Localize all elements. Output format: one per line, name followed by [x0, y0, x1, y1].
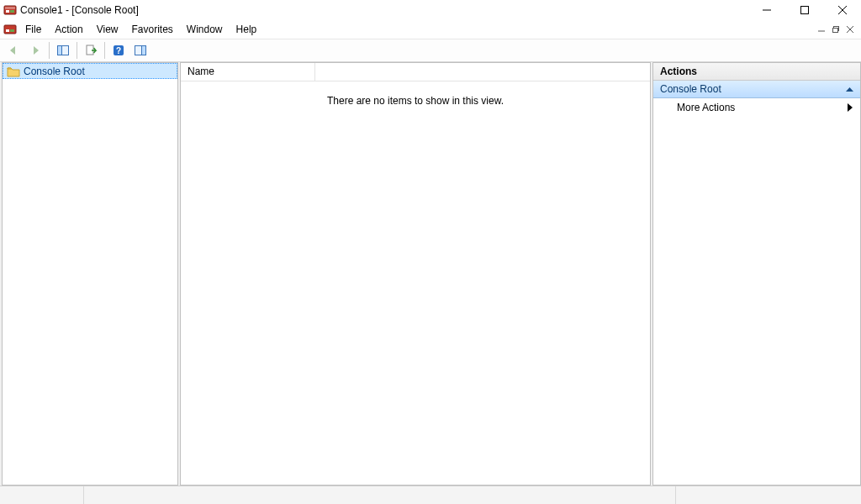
menu-favorites[interactable]: Favorites	[125, 22, 180, 37]
statusbar	[0, 486, 861, 504]
list-empty-message: There are no items to show in this view.	[181, 81, 650, 107]
svg-text:?: ?	[116, 46, 121, 55]
toolbar-separator	[77, 42, 77, 59]
collapse-icon	[846, 86, 853, 93]
svg-rect-5	[800, 7, 808, 14]
mdi-restore-button[interactable]	[830, 24, 842, 35]
mdi-close-button[interactable]	[844, 24, 856, 35]
actions-group-header[interactable]: Console Root	[653, 81, 860, 98]
tree-root-node[interactable]: Console Root	[3, 63, 177, 79]
back-button[interactable]	[3, 41, 24, 60]
menu-file[interactable]: File	[18, 22, 48, 37]
mdi-document-icon	[3, 23, 17, 36]
folder-icon	[7, 66, 20, 77]
forward-button[interactable]	[25, 41, 45, 60]
toolbar-separator	[104, 42, 105, 59]
status-segment	[676, 486, 861, 504]
actions-more-actions-label: More Actions	[677, 102, 735, 113]
svg-rect-13	[833, 29, 838, 33]
svg-rect-9	[6, 29, 9, 32]
toolbar-separator	[49, 42, 50, 59]
menubar: File Action View Favorites Window Help	[0, 20, 861, 39]
menu-window[interactable]: Window	[180, 22, 230, 37]
mdi-window-controls	[816, 24, 861, 35]
submenu-arrow-icon	[847, 103, 853, 112]
svg-rect-17	[58, 46, 62, 55]
console-tree-pane[interactable]: Console Root	[2, 62, 178, 486]
svg-rect-3	[10, 10, 14, 13]
export-list-button[interactable]	[81, 41, 101, 60]
maximize-button[interactable]	[785, 0, 823, 20]
help-button[interactable]: ?	[108, 41, 129, 60]
status-segment	[0, 486, 84, 504]
mdi-minimize-button[interactable]	[816, 24, 827, 35]
close-button[interactable]	[823, 0, 861, 20]
actions-pane: Actions Console Root More Actions	[652, 62, 861, 486]
actions-pane-title: Actions	[653, 63, 860, 81]
actions-more-actions[interactable]: More Actions	[653, 98, 860, 117]
tree-root-label: Console Root	[24, 66, 85, 77]
mmc-app-icon	[3, 3, 17, 17]
show-hide-action-pane-button[interactable]	[130, 41, 151, 60]
column-header-name[interactable]: Name	[181, 63, 315, 81]
menu-help[interactable]: Help	[230, 22, 264, 37]
toolbar: ?	[0, 39, 861, 62]
status-segment	[84, 486, 676, 504]
list-header: Name	[181, 63, 650, 81]
show-hide-console-tree-button[interactable]	[53, 41, 73, 60]
window-title: Console1 - [Console Root]	[20, 4, 747, 16]
minimize-button[interactable]	[747, 0, 785, 20]
main-body: Console Root Name There are no items to …	[0, 62, 861, 486]
actions-group-label: Console Root	[660, 83, 721, 95]
svg-rect-10	[10, 29, 14, 32]
results-list-pane[interactable]: Name There are no items to show in this …	[180, 62, 651, 486]
svg-rect-1	[5, 7, 15, 9]
svg-rect-22	[142, 46, 146, 55]
titlebar: Console1 - [Console Root]	[0, 0, 861, 20]
menu-view[interactable]: View	[90, 22, 125, 37]
svg-rect-2	[6, 10, 9, 13]
menu-action[interactable]: Action	[48, 22, 89, 37]
window-controls	[747, 0, 861, 20]
